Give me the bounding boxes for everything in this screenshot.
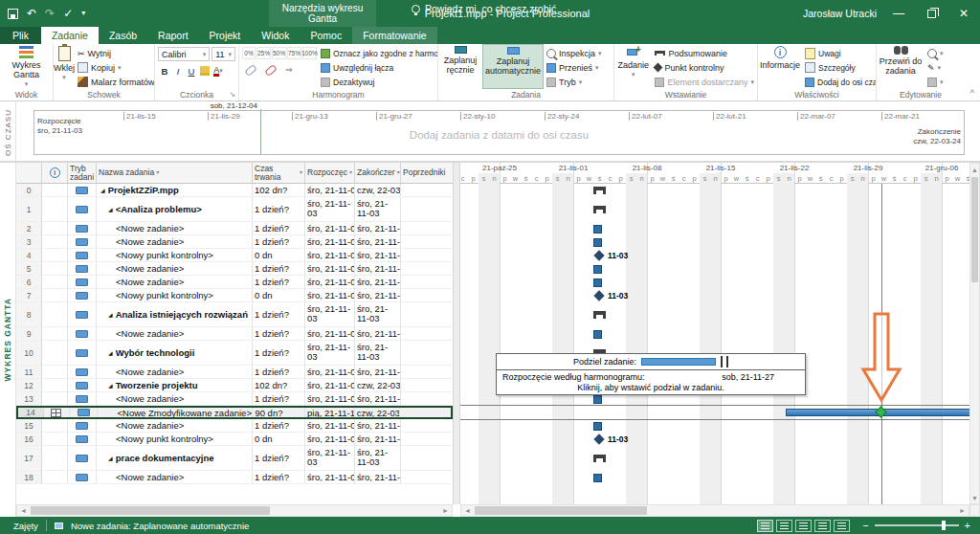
row-number[interactable]: 5	[16, 262, 42, 276]
task-duration-cell[interactable]: 1 dzień?	[253, 446, 305, 471]
gantt-summary-bar[interactable]	[593, 455, 606, 462]
task-finish-cell[interactable]: śro, 21-11-03	[355, 249, 401, 262]
chart-hscroll-thumb[interactable]	[475, 506, 647, 515]
table-row[interactable]: 11<Nowe zadanie>1 dzień?śro, 21-11-03śro…	[16, 366, 453, 379]
close-button[interactable]: ✕	[947, 0, 980, 27]
task-start-cell[interactable]: śro, 21-11-03	[305, 222, 355, 235]
redo-icon[interactable]: ↷	[45, 8, 55, 19]
row-number[interactable]: 17	[16, 446, 42, 471]
task-duration-cell[interactable]: 1 dzień?	[253, 471, 305, 484]
task-finish-cell[interactable]: śro, 21-11-03	[355, 222, 401, 235]
task-mode-cell[interactable]	[68, 341, 97, 366]
task-finish-cell[interactable]: śro, 21-11-03	[355, 302, 401, 327]
expand-triangle-icon[interactable]: ◢	[108, 349, 113, 356]
row-number[interactable]: 12	[16, 379, 42, 392]
expand-triangle-icon[interactable]: ◢	[100, 187, 105, 193]
tab-zasób[interactable]: Zasób	[99, 27, 147, 44]
expand-triangle-icon[interactable]: ◢	[108, 311, 113, 318]
task-start-cell[interactable]: śro, 21-11-03	[305, 419, 355, 433]
task-finish-cell[interactable]: śro, 21-11-03	[355, 262, 401, 276]
gantt-milestone-icon[interactable]	[593, 434, 604, 444]
task-name-cell[interactable]: <Nowe zadanie>	[97, 327, 253, 341]
view-team-planner-button[interactable]	[795, 520, 812, 532]
task-name-cell[interactable]: ◢Tworzenie projektu	[97, 379, 253, 392]
row-info-cell[interactable]	[44, 408, 70, 417]
task-name-cell[interactable]: ◢prace dokumentacyjne	[97, 446, 253, 471]
task-mode-cell[interactable]	[68, 262, 97, 276]
gantt-task-bar[interactable]	[593, 395, 602, 404]
row-number[interactable]: 6	[16, 276, 42, 289]
row-number[interactable]: 14	[18, 408, 44, 417]
save-icon[interactable]	[8, 9, 18, 19]
row-number[interactable]: 0	[16, 184, 42, 197]
add-to-timeline-button[interactable]: Dodaj do osi czasu	[802, 75, 875, 89]
task-start-cell[interactable]: śro, 21-11-03	[305, 249, 355, 262]
gantt-milestone-icon[interactable]	[593, 290, 604, 300]
chart-vscrollbar[interactable]: ▲ ▼	[969, 163, 980, 504]
column-header-start[interactable]: Rozpoczęc▾	[305, 163, 355, 183]
copy-button[interactable]: Kopiuj▾	[75, 60, 155, 75]
task-finish-cell[interactable]: śro, 21-11-03	[355, 419, 401, 433]
task-start-cell[interactable]: śro, 21-11-03	[305, 366, 355, 379]
task-predecessors-cell[interactable]	[401, 276, 452, 289]
column-header-mode[interactable]: Tryb zadani▾	[68, 163, 97, 183]
task-predecessors-cell[interactable]	[401, 471, 452, 484]
task-predecessors-cell[interactable]	[401, 392, 452, 406]
tab-plik[interactable]: Plik	[0, 27, 41, 44]
gantt-task-bar[interactable]	[593, 278, 602, 287]
task-duration-cell[interactable]: 0 dn	[253, 289, 305, 302]
inspect-button[interactable]: Inspekcja▾	[544, 46, 611, 60]
chart-scroll-left-icon[interactable]: ◄	[461, 505, 474, 516]
format-painter-button[interactable]: Malarz formatów	[75, 75, 155, 89]
tab-raport[interactable]: Raport	[147, 27, 199, 44]
gantt-pane-label[interactable]: WYKRES GANTTA	[0, 163, 16, 517]
task-name-cell[interactable]: <Nowe zadanie>	[97, 276, 253, 289]
task-start-cell[interactable]: śro, 21-11-03	[305, 184, 355, 197]
row-info-cell[interactable]	[42, 366, 68, 379]
gantt-timescale[interactable]: 21-paź-2521-lis-0121-lis-0821-lis-1521-l…	[460, 163, 969, 184]
column-header-info[interactable]: i	[42, 163, 68, 183]
collapse-ribbon-icon[interactable]: ^	[970, 88, 974, 98]
task-finish-cell[interactable]: śro, 21-11-03	[355, 392, 401, 406]
task-predecessors-cell[interactable]	[401, 289, 452, 302]
row-number[interactable]: 18	[16, 471, 42, 484]
table-row[interactable]: 13<Nowe zadanie>1 dzień?śro, 21-11-03śro…	[16, 392, 453, 406]
insert-deliverable-button[interactable]: Element dostarczany▾	[652, 75, 757, 89]
task-mode-cell[interactable]	[68, 366, 97, 379]
expand-triangle-icon[interactable]: ◢	[108, 206, 113, 212]
gantt-summary-bar[interactable]	[593, 206, 606, 213]
task-mode-cell[interactable]	[70, 408, 99, 417]
scroll-down-icon[interactable]: ▼	[970, 492, 979, 503]
scroll-right-icon[interactable]: ►	[439, 505, 452, 516]
task-predecessors-cell[interactable]	[401, 327, 452, 341]
task-predecessors-cell[interactable]	[401, 302, 452, 327]
task-finish-cell[interactable]: śro, 21-11-03	[355, 276, 401, 289]
table-row[interactable]: 14<Nowe Zmodyfikowane zadanie>90 dn?pią,…	[16, 406, 453, 419]
gantt-task-bar[interactable]	[593, 330, 602, 339]
row-info-cell[interactable]	[42, 433, 68, 446]
task-duration-cell[interactable]: 1 dzień?	[253, 302, 305, 327]
tab-pomoc[interactable]: Pomoc	[300, 27, 352, 44]
task-predecessors-cell[interactable]	[401, 379, 452, 392]
status-new-tasks[interactable]: Nowe zadania: Zaplanowane automatycznie	[71, 521, 249, 531]
gantt-task-bar[interactable]	[593, 238, 602, 247]
unlink-tasks-icon[interactable]	[264, 63, 278, 76]
row-info-cell[interactable]	[42, 235, 68, 249]
percent-25-button[interactable]: 25%	[256, 47, 271, 59]
task-start-cell[interactable]: śro, 21-11-03	[305, 262, 355, 276]
table-row[interactable]: 5<Nowe zadanie>1 dzień?śro, 21-11-03śro,…	[16, 262, 453, 276]
gantt-task-bar[interactable]	[593, 422, 602, 431]
row-info-cell[interactable]	[42, 446, 68, 471]
auto-schedule-button[interactable]: Zaplanuj automatycznie	[482, 44, 544, 89]
paste-button[interactable]: Wklej▾	[54, 44, 75, 89]
task-predecessors-cell[interactable]	[401, 197, 452, 222]
task-name-cell[interactable]: ◢Wybór technologii	[97, 341, 253, 366]
fill-button[interactable]: ▾	[924, 75, 957, 89]
gantt-task-bar[interactable]	[593, 474, 602, 482]
task-predecessors-cell[interactable]	[401, 249, 452, 262]
table-row[interactable]: 12◢Tworzenie projektu102 dn?śro, 21-11-0…	[16, 379, 453, 392]
task-start-cell[interactable]: śro, 21-11-03	[305, 235, 355, 249]
table-chart-splitter[interactable]	[453, 163, 460, 504]
task-name-cell[interactable]: <Nowy punkt kontrolny>	[97, 249, 253, 262]
undo-icon[interactable]: ↶	[27, 8, 36, 19]
